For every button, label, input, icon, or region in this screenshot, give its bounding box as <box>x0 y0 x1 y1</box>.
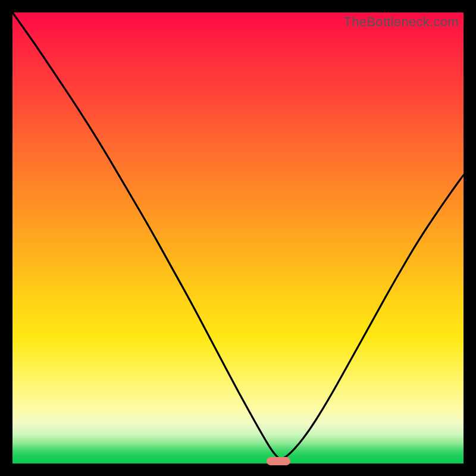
gradient-plot-area: TheBottleneck.com <box>12 12 464 464</box>
watermark-text: TheBottleneck.com <box>344 14 459 30</box>
curve-path <box>12 12 464 459</box>
chart-frame: TheBottleneck.com <box>12 12 464 464</box>
minimum-marker <box>267 457 290 465</box>
bottleneck-curve <box>12 12 464 464</box>
